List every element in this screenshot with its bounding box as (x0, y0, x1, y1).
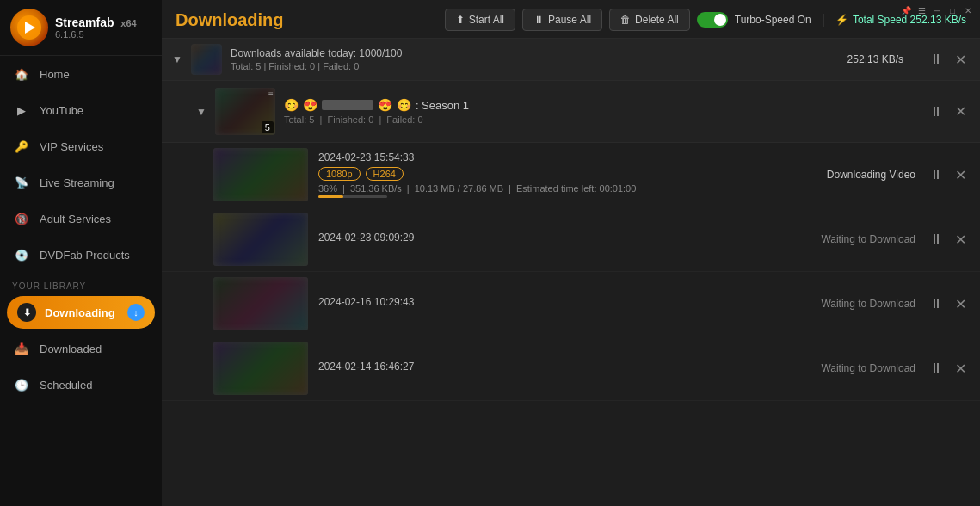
episode-status: Downloading Video (827, 169, 915, 181)
episode-info: 2024-02-23 09:09:29 (318, 231, 811, 247)
episode-item: 2024-02-16 10:29:43 Waiting to Download … (162, 272, 980, 336)
sidebar-item-label: Scheduled (40, 379, 92, 392)
sidebar-item-live-streaming[interactable]: 📡 Live Streaming (0, 164, 162, 201)
episode-datetime: 2024-02-14 16:46:27 (318, 361, 811, 373)
episode-status: Waiting to Download (821, 298, 915, 310)
live-icon: 📡 (12, 173, 31, 192)
series-meta: 😊 😍 😍 😊 : Season 1 Total: 5 | Finished: … (284, 98, 917, 125)
episode-close-button[interactable]: ✕ (952, 359, 970, 379)
sidebar-item-label: Downloading (45, 306, 115, 319)
menu-button[interactable]: ☰ (915, 3, 928, 17)
sidebar-item-home[interactable]: 🏠 Home (0, 56, 162, 92)
downloaded-icon: 📥 (12, 339, 31, 358)
sidebar-item-adult-services[interactable]: 🔞 Adult Services (0, 201, 162, 237)
downloading-icon: ⬇ (17, 303, 36, 322)
series-name: 😊 😍 😍 😊 : Season 1 (284, 98, 917, 112)
turbo-toggle[interactable] (697, 12, 728, 28)
episode-datetime: 2024-02-16 10:29:43 (318, 296, 811, 308)
sidebar: Streamfab x64 6.1.6.5 🏠 Home ▶ YouTube 🔑… (0, 0, 162, 506)
episode-actions: ⏸ ✕ (926, 165, 970, 185)
dvdfab-icon: 💿 (12, 245, 31, 264)
series-toggle[interactable]: ▼ (196, 106, 206, 118)
series-thumbnail-container: 5 ≡ (215, 88, 275, 135)
episode-pause-button[interactable]: ⏸ (926, 359, 946, 379)
group-title: Downloads available today: 1000/100 (231, 47, 839, 59)
pin-button[interactable]: 📌 (899, 3, 913, 17)
close-button[interactable]: ✕ (961, 3, 975, 17)
episode-actions: ⏸ ✕ (926, 294, 970, 314)
series-pause-button[interactable]: ⏸ (926, 102, 946, 121)
pause-all-button[interactable]: ⏸ Pause All (522, 9, 602, 31)
download-list: ▼ Downloads available today: 1000/100 To… (162, 39, 980, 506)
scheduled-icon: 🕒 (12, 375, 31, 394)
sidebar-item-label: DVDFab Products (40, 249, 130, 262)
sidebar-item-youtube[interactable]: ▶ YouTube (0, 92, 162, 128)
episode-status: Waiting to Download (821, 362, 915, 374)
episode-datetime: 2024-02-23 09:09:29 (318, 231, 811, 244)
toolbar-divider: | (822, 12, 825, 28)
sidebar-item-label: Downloaded (40, 342, 102, 355)
download-badge: ↓ (127, 304, 145, 321)
sidebar-item-label: YouTube (40, 104, 83, 117)
ep-lines-icon: ≡ (268, 89, 274, 99)
download-size: 10.13 MB / 27.86 MB (415, 183, 503, 194)
app-name: Streamfab x64 (55, 15, 137, 29)
series-close-button[interactable]: ✕ (952, 102, 970, 121)
episode-pause-button[interactable]: ⏸ (926, 230, 946, 250)
eta-label: Estimated time left: 00:01:00 (516, 183, 636, 194)
vip-icon: 🔑 (12, 137, 31, 156)
main-content: Downloading ⬆ Start All ⏸ Pause All 🗑 De… (162, 0, 980, 506)
minimize-button[interactable]: ─ (930, 3, 944, 17)
episode-info: 2024-02-14 16:46:27 (318, 361, 811, 376)
episode-close-button[interactable]: ✕ (952, 230, 970, 250)
episode-thumbnail (213, 342, 308, 395)
toolbar-actions: ⬆ Start All ⏸ Pause All 🗑 Delete All Tur… (445, 9, 966, 31)
group-speed: 252.13 KB/s (847, 53, 903, 65)
series-row: ▼ 5 ≡ 😊 😍 😍 😊 : Season 1 Total: (162, 81, 980, 143)
sidebar-item-downloading[interactable]: ⬇ Downloading ↓ (7, 296, 155, 329)
delete-all-button[interactable]: 🗑 Delete All (609, 9, 690, 31)
episode-close-button[interactable]: ✕ (952, 165, 970, 185)
turbo-section: Turbo-Speed On (697, 12, 811, 28)
delete-all-label: Delete All (635, 14, 679, 26)
sidebar-item-vip-services[interactable]: 🔑 VIP Services (0, 128, 162, 164)
group-toggle[interactable]: ▼ (172, 53, 182, 65)
pause-all-label: Pause All (548, 14, 591, 26)
emoji-icon-4: 😊 (397, 98, 411, 112)
progress-pct: 36% (318, 183, 337, 194)
episode-pause-button[interactable]: ⏸ (926, 165, 946, 185)
toolbar: Downloading ⬆ Start All ⏸ Pause All 🗑 De… (162, 0, 980, 39)
progress-bar (318, 195, 343, 198)
episode-info: 2024-02-16 10:29:43 (318, 296, 811, 312)
episode-pause-button[interactable]: ⏸ (926, 294, 946, 314)
episode-thumbnail (213, 277, 308, 330)
maximize-button[interactable]: □ (946, 3, 959, 17)
sidebar-item-downloaded[interactable]: 📥 Downloaded (0, 330, 162, 367)
youtube-icon: ▶ (12, 101, 31, 120)
resolution-tag: 1080p (318, 167, 361, 181)
app-logo: Streamfab x64 6.1.6.5 (0, 0, 162, 56)
trash-icon: 🗑 (620, 14, 631, 26)
logo-text: Streamfab x64 6.1.6.5 (55, 15, 137, 40)
home-icon: 🏠 (12, 65, 31, 83)
episode-item: 2024-02-14 16:46:27 Waiting to Download … (162, 336, 980, 401)
turbo-label: Turbo-Speed On (735, 14, 811, 26)
episode-thumbnail (213, 148, 308, 201)
group-info: Downloads available today: 1000/100 Tota… (231, 47, 839, 71)
download-speed: 351.36 KB/s (350, 183, 402, 194)
emoji-icon-1: 😊 (284, 98, 299, 112)
badge-icon: ↓ (133, 307, 139, 318)
episode-progress-row: 36% | 351.36 KB/s | 10.13 MB / 27.86 MB … (318, 183, 817, 194)
app-version: 6.1.6.5 (55, 29, 137, 40)
sidebar-item-scheduled[interactable]: 🕒 Scheduled (0, 367, 162, 403)
library-section-label: YOUR LIBRARY (0, 273, 162, 294)
start-all-button[interactable]: ⬆ Start All (445, 9, 515, 31)
group-pause-button[interactable]: ⏸ (926, 50, 946, 70)
episode-close-button[interactable]: ✕ (952, 294, 970, 314)
sidebar-item-label: Home (40, 68, 70, 81)
group-actions: ⏸ ✕ (926, 50, 970, 70)
sidebar-item-dvdfab[interactable]: 💿 DVDFab Products (0, 237, 162, 273)
episode-tags: 1080p H264 (318, 167, 817, 181)
lightning-icon: ⚡ (835, 14, 848, 26)
group-close-button[interactable]: ✕ (952, 50, 970, 70)
